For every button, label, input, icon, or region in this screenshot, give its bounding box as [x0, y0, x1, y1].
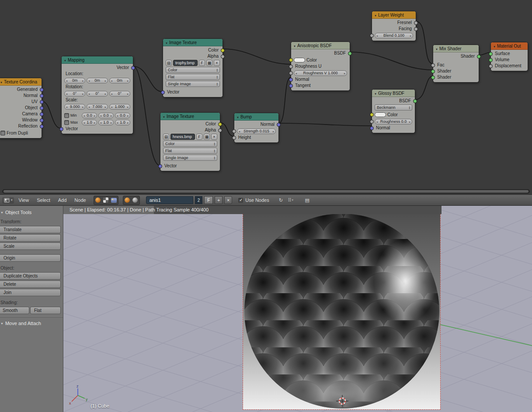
- color-space-dropdown[interactable]: Color: [166, 67, 220, 73]
- source-dropdown[interactable]: Single Image: [166, 81, 220, 87]
- vector-output-socket[interactable]: [40, 100, 44, 104]
- alpha-output-socket[interactable]: [221, 55, 225, 59]
- distribution-dropdown[interactable]: Beckmann: [375, 104, 412, 111]
- panel-move-and-attach[interactable]: Move and Attach: [0, 319, 63, 327]
- node-header[interactable]: Mix Shader: [433, 45, 479, 52]
- shader-output-socket[interactable]: [477, 55, 481, 59]
- add-material-button[interactable]: +: [215, 196, 223, 204]
- material-icon[interactable]: [124, 197, 131, 204]
- fake-user-button[interactable]: F: [196, 134, 202, 140]
- shader-input-socket[interactable]: [431, 76, 435, 80]
- facing-output-socket[interactable]: [414, 27, 418, 31]
- shader-input-socket[interactable]: [431, 69, 435, 73]
- normal-output-socket[interactable]: [277, 123, 281, 127]
- collapse-icon[interactable]: [435, 46, 438, 51]
- node-image-texture-bottom[interactable]: Image Texture Color Alpha hness.bmp F Co…: [160, 112, 220, 171]
- projection-dropdown[interactable]: Flat: [163, 148, 217, 154]
- node-header[interactable]: Image Texture: [160, 113, 220, 120]
- vector-input-socket[interactable]: [59, 127, 63, 131]
- normal-input-socket[interactable]: [289, 78, 293, 82]
- node-mapping[interactable]: Mapping Vector Location: 0m 0m 0m Rotati…: [61, 56, 133, 134]
- collapse-icon[interactable]: [64, 58, 66, 62]
- node-material-output[interactable]: Material Out Surface Volume Displacement: [490, 42, 528, 71]
- vector-output-socket[interactable]: [131, 66, 135, 70]
- node-mix-shader[interactable]: Mix Shader Shader Fac Shader Shader: [433, 45, 479, 83]
- volume-input-socket[interactable]: [489, 58, 493, 62]
- flat-button[interactable]: Flat: [30, 307, 61, 314]
- render-layers-icon[interactable]: ▤: [303, 196, 311, 204]
- fake-user-button[interactable]: F: [199, 60, 205, 66]
- max-checkbox[interactable]: [64, 120, 69, 125]
- image-icon[interactable]: [206, 60, 212, 66]
- collapse-icon[interactable]: [493, 44, 496, 48]
- join-button[interactable]: Join: [0, 289, 61, 296]
- panel-object-tools[interactable]: Object Tools: [0, 208, 63, 216]
- viewport-3d[interactable]: Scene | Elapsed: 00:16.37 | Done | Path …: [0, 206, 532, 412]
- location-y-field[interactable]: 0m: [87, 78, 108, 83]
- scale-button[interactable]: Scale: [0, 242, 61, 250]
- image-name-field[interactable]: trophy.bmp: [173, 60, 198, 66]
- origin-button[interactable]: Origin: [0, 254, 61, 262]
- rotation-x-field[interactable]: 0°: [64, 91, 85, 97]
- color-input-socket[interactable]: [289, 58, 293, 62]
- blend-input-socket[interactable]: [370, 34, 374, 38]
- vector-output-socket[interactable]: [40, 125, 44, 128]
- unlink-icon[interactable]: [214, 60, 220, 66]
- node-header[interactable]: Mapping: [62, 56, 133, 64]
- scale-x-field[interactable]: 9.000: [64, 104, 85, 110]
- color-output-socket[interactable]: [221, 48, 225, 52]
- scrollbar-thumb[interactable]: [3, 190, 529, 193]
- roughness-field[interactable]: Roughness 0.0: [375, 119, 412, 125]
- auto-render-icon[interactable]: ↻: [277, 196, 285, 204]
- min-checkbox[interactable]: [64, 113, 69, 118]
- vector-output-socket[interactable]: [40, 106, 44, 110]
- bsdf-output-socket[interactable]: [348, 52, 352, 55]
- color-swatch[interactable]: [375, 112, 386, 117]
- from-dupli-checkbox[interactable]: [0, 131, 5, 135]
- scale-z-field[interactable]: 1.000: [109, 104, 130, 110]
- node-bump[interactable]: Bump Normal Strength 0.015 Height: [234, 113, 279, 143]
- image-icon[interactable]: [204, 134, 210, 140]
- collapse-icon[interactable]: [293, 43, 296, 48]
- use-nodes-toggle[interactable]: Use Nodes: [238, 197, 269, 203]
- menu-node[interactable]: Node: [71, 197, 89, 204]
- unlink-material-button[interactable]: ×: [224, 196, 232, 204]
- surface-input-socket[interactable]: [489, 52, 493, 56]
- fac-input-socket[interactable]: [431, 63, 435, 67]
- bsdf-output-socket[interactable]: [413, 99, 417, 103]
- fake-user-button[interactable]: F: [204, 196, 213, 204]
- max-z-field[interactable]: 1.0: [115, 120, 130, 125]
- user-count-badge[interactable]: 2: [195, 196, 203, 204]
- material-name-input[interactable]: anis1: [146, 196, 193, 204]
- node-image-texture-top[interactable]: Image Texture Color Alpha trophy.bmp F C…: [163, 38, 223, 97]
- color-space-dropdown[interactable]: Color: [163, 141, 217, 147]
- node-header[interactable]: Image Texture: [163, 39, 223, 46]
- projection-dropdown[interactable]: Flat: [166, 74, 220, 80]
- node-layer-weight[interactable]: Layer Weight Fresnel Facing Blend 0.100: [372, 11, 416, 41]
- blend-field[interactable]: Blend 0.100: [375, 33, 413, 38]
- max-x-field[interactable]: 1.0: [82, 120, 97, 125]
- use-nodes-checkbox[interactable]: [238, 198, 243, 203]
- min-y-field[interactable]: 0.0: [98, 113, 114, 118]
- roughness-v-input-socket[interactable]: [289, 71, 293, 75]
- snap-icon[interactable]: ⠿: [287, 196, 295, 204]
- node-header[interactable]: Texture Coordina: [0, 78, 42, 86]
- duplicate-objects-button[interactable]: Duplicate Objects: [0, 272, 61, 280]
- unlink-icon[interactable]: [211, 134, 217, 140]
- node-header[interactable]: Layer Weight: [372, 11, 416, 19]
- editor-type-button[interactable]: [2, 197, 14, 204]
- collapse-icon[interactable]: [163, 114, 165, 119]
- rotate-button[interactable]: Rotate: [0, 234, 61, 242]
- displacement-input-socket[interactable]: [489, 64, 493, 68]
- source-dropdown[interactable]: Single Image: [163, 155, 217, 161]
- strength-field[interactable]: Strength 0.015: [237, 128, 276, 134]
- compositing-image-icon[interactable]: [110, 197, 118, 204]
- menu-add[interactable]: Add: [55, 197, 70, 204]
- roughness-u-input-socket[interactable]: [289, 65, 293, 69]
- scale-y-field[interactable]: 7.000: [87, 104, 108, 110]
- fresnel-output-socket[interactable]: [414, 21, 418, 25]
- height-input-socket[interactable]: [232, 136, 236, 140]
- node-header[interactable]: Anisotropic BSDF: [291, 42, 350, 49]
- min-z-field[interactable]: 0.0: [115, 113, 130, 118]
- color-input-socket[interactable]: [370, 113, 374, 117]
